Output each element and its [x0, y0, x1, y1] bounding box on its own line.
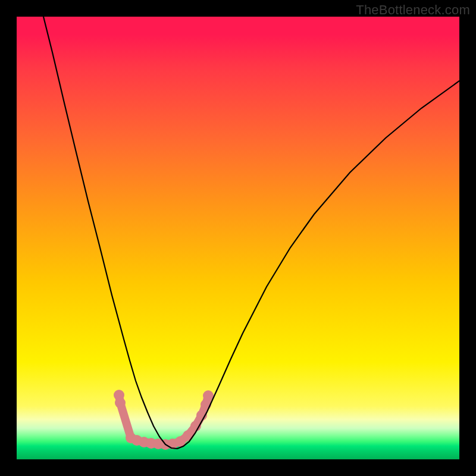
chart-frame: TheBottleneck.com: [0, 0, 476, 476]
bead-point: [115, 397, 126, 408]
plot-area: [17, 17, 459, 459]
bead-cluster: [114, 390, 214, 450]
bead-point: [183, 430, 193, 441]
chart-svg: [17, 17, 459, 459]
watermark-text: TheBottleneck.com: [356, 2, 470, 18]
bottleneck-curve: [43, 17, 459, 449]
